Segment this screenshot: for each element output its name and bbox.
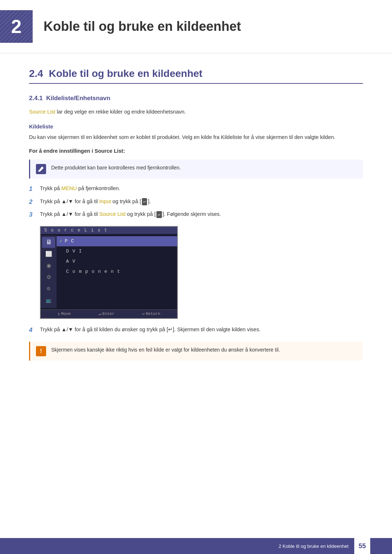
screen-icon-extra1: ⚙ — [42, 283, 55, 294]
enter-icon: ↵ — [99, 311, 101, 317]
screen-body: 🖥 ⬜ ◉ ⚙ ⚙ 📺 — [41, 234, 177, 309]
step-1-text: Trykk på MENU på fjernkontrollen. — [40, 184, 120, 193]
footer-chapter-text: 2 Koble til og bruke en kildeenhet — [279, 543, 348, 549]
pencil-icon — [38, 166, 44, 172]
component-label: C o m p o n e n t — [66, 269, 121, 274]
screen-menu-list: ✓ P C D V I A V C o m p o n e n t — [57, 235, 177, 308]
dvi-label: D V I — [66, 249, 82, 254]
screen-menu-av: A V — [57, 257, 177, 267]
check-icon: ✓ — [60, 238, 62, 244]
enter-key-icon: ↵ — [142, 198, 147, 205]
intro-paragraph: Source List lar deg velge en rekke kilde… — [29, 108, 363, 116]
step-2-number: 2 — [29, 197, 36, 207]
monitor-icon: 🖥 — [46, 239, 52, 246]
pc-label: P C — [65, 238, 74, 244]
enter-key-2-icon: ↵ — [156, 211, 162, 218]
return-label: Return — [146, 312, 160, 316]
section-title: 2.4 Koble til og bruke en kildeenhet — [29, 68, 363, 84]
header-title: Koble til og bruke en kildeenhet — [44, 19, 241, 34]
step-2-text: Trykk på ▲/▼ for å gå til Input og trykk… — [40, 197, 151, 206]
section-heading: Koble til og bruke en kildeenhet — [49, 68, 203, 79]
step-4-number: 4 — [29, 325, 36, 335]
screen-icon-extra2: 📺 — [42, 295, 55, 306]
screen-menu-pc: ✓ P C — [57, 236, 177, 246]
screen-title-text: S o u r c e L i s t — [44, 228, 108, 233]
screen-title-bar: S o u r c e L i s t — [41, 227, 177, 234]
page-footer: 2 Koble til og bruke en kildeenhet 55 — [0, 538, 392, 554]
screen-icon-dvi: ⬜ — [42, 249, 55, 259]
note-text: Dette produktet kan bare kontrolleres me… — [51, 164, 181, 172]
kildeliste-heading: Kildeliste — [29, 123, 363, 130]
screen-menu-component: C o m p o n e n t — [57, 267, 177, 277]
steps-list: 1 Trykk på MENU på fjernkontrollen. 2 Tr… — [29, 184, 363, 219]
svg-rect-0 — [38, 171, 40, 172]
menu-highlight: MENU — [61, 185, 77, 191]
bold-instruction: For å endre innstillingen i Source List: — [29, 148, 363, 154]
footer-page-number: 55 — [354, 538, 370, 554]
screen-menu-empty1 — [57, 277, 177, 287]
screen-simulation: S o u r c e L i s t 🖥 ⬜ ◉ ⚙ — [40, 226, 178, 319]
move-icon: ⇕ — [57, 311, 60, 317]
circle-icon: ◉ — [46, 262, 51, 269]
screen-menu-dvi: D V I — [57, 246, 177, 257]
tv-icon: 📺 — [46, 297, 52, 303]
screen-footer-enter: ↵ Enter — [99, 311, 114, 317]
settings-icon: ⚙ — [46, 286, 51, 291]
return-icon: ↩ — [142, 311, 145, 317]
enter-label: Enter — [102, 312, 114, 316]
warning-box: ! Skjermen vises kanskje ikke riktig hvi… — [29, 342, 363, 361]
source-list-highlight: Source List — [99, 211, 126, 217]
chapter-number: 2 — [11, 16, 22, 37]
screen-footer: ⇕ Move ↵ Enter ↩ Return — [41, 309, 177, 318]
screen-icon-av: ◉ — [42, 260, 55, 271]
av-label: A V — [66, 259, 75, 264]
display-port-icon: ⬜ — [45, 251, 52, 257]
step-3-number: 3 — [29, 210, 36, 219]
step-4-text: Trykk på ▲/▼ for å gå til kilden du ønsk… — [40, 325, 261, 334]
step-1: 1 Trykk på MENU på fjernkontrollen. — [29, 184, 363, 194]
gear-icon: ⚙ — [46, 274, 51, 280]
screen-icon-component: ⚙ — [42, 272, 55, 283]
warning-text: Skjermen vises kanskje ikke riktig hvis … — [51, 346, 280, 354]
step-3-text: Trykk på ▲/▼ for å gå til Source List og… — [40, 210, 221, 218]
subsection-title: 2.4.1 Kildeliste/Enhetsnavn — [29, 95, 363, 102]
screen-footer-move: ⇕ Move — [57, 311, 71, 317]
screen-menu-empty2 — [57, 287, 177, 297]
step-2: 2 Trykk på ▲/▼ for å gå til Input og try… — [29, 197, 363, 207]
input-highlight: Input — [99, 198, 111, 204]
warning-icon: ! — [36, 346, 46, 356]
kildeliste-para: Du kan vise skjermen til en kildeenhet s… — [29, 133, 363, 141]
screen-menu-empty3 — [57, 297, 177, 307]
step-4: 4 Trykk på ▲/▼ for å gå til kilden du øn… — [29, 325, 363, 335]
chapter-badge: 2 — [0, 10, 33, 43]
step-3: 3 Trykk på ▲/▼ for å gå til Source List … — [29, 210, 363, 219]
screen-footer-return: ↩ Return — [142, 311, 160, 317]
note-icon — [36, 164, 46, 174]
subsection-heading: Kildeliste/Enhetsnavn — [46, 95, 110, 102]
move-label: Move — [61, 312, 71, 316]
step-1-number: 1 — [29, 184, 36, 194]
page-header: 2 Koble til og bruke en kildeenhet — [0, 0, 392, 53]
subsection-number: 2.4.1 — [29, 95, 43, 102]
screen-icon-sidebar: 🖥 ⬜ ◉ ⚙ ⚙ 📺 — [41, 235, 57, 308]
source-list-link-intro: Source List — [29, 109, 56, 115]
section-number: 2.4 — [29, 68, 43, 79]
screen-icon-pc: 🖥 — [42, 237, 55, 248]
note-box: Dette produktet kan bare kontrolleres me… — [29, 160, 363, 178]
main-content: 2.4 Koble til og bruke en kildeenhet 2.4… — [0, 53, 392, 395]
